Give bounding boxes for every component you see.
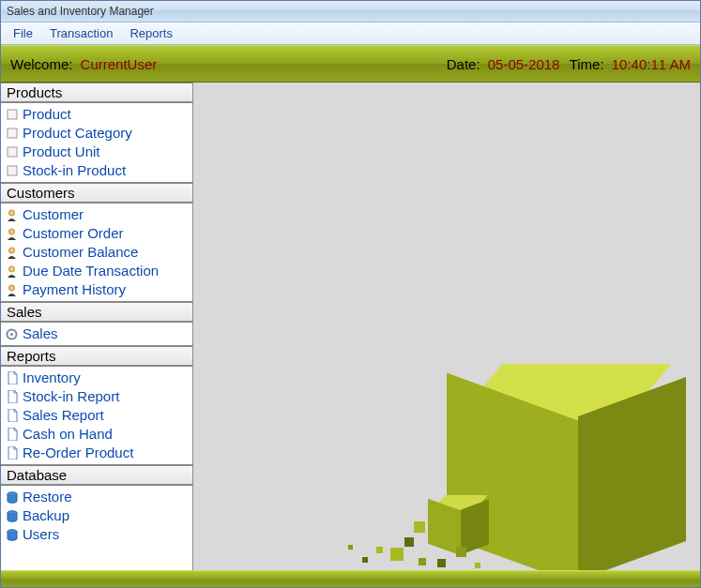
svg-point-10 — [10, 333, 13, 336]
cube-illustration — [334, 326, 691, 570]
box-icon — [5, 127, 19, 141]
nav-users[interactable]: Users — [1, 525, 192, 544]
window-title: Sales and Inventory Manager — [7, 5, 154, 18]
svg-point-4 — [9, 210, 15, 216]
nav-label: Users — [23, 525, 59, 544]
nav-label: Backup — [23, 506, 69, 525]
group-header-sales[interactable]: Sales — [1, 301, 192, 323]
person-icon — [5, 264, 19, 279]
nav-inventory[interactable]: Inventory — [1, 369, 192, 387]
nav-due-date-transaction[interactable]: Due Date Transaction — [1, 262, 192, 280]
welcome-left: Welcome: CurrentUser — [10, 56, 447, 72]
group-header-database[interactable]: Database — [1, 464, 192, 486]
database-icon — [5, 490, 19, 505]
nav-sales[interactable]: Sales — [1, 324, 192, 343]
database-icon — [5, 528, 19, 542]
svg-point-6 — [9, 248, 15, 253]
nav-label: Restore — [23, 488, 72, 506]
date-value: 05-05-2018 — [488, 56, 560, 72]
document-icon — [5, 409, 19, 423]
box-icon — [5, 145, 19, 159]
welcome-label: Welcome: — [10, 56, 72, 72]
nav-label: Stock-in Product — [23, 161, 126, 180]
nav-label: Product Unit — [23, 143, 100, 161]
svg-rect-1 — [8, 128, 17, 138]
svg-rect-2 — [8, 147, 17, 157]
welcome-bar: Welcome: CurrentUser Date: 05-05-2018 Ti… — [1, 45, 700, 83]
gear-icon — [5, 327, 19, 341]
nav-label: Payment History — [23, 280, 126, 299]
person-icon — [5, 246, 19, 260]
nav-product-category[interactable]: Product Category — [1, 124, 192, 143]
person-icon — [5, 227, 19, 241]
nav-sales-report[interactable]: Sales Report — [1, 406, 192, 425]
menu-transaction[interactable]: Transaction — [41, 24, 121, 42]
document-icon — [5, 390, 19, 404]
nav-customer[interactable]: Customer — [1, 205, 192, 224]
welcome-user: CurrentUser — [81, 56, 158, 72]
nav-label: Cash on Hand — [23, 425, 113, 444]
database-icon — [5, 509, 19, 523]
group-body-reports: Inventory Stock-in Report Sales Report C… — [1, 367, 192, 464]
box-icon — [5, 108, 19, 122]
nav-stockin-product[interactable]: Stock-in Product — [1, 161, 192, 180]
svg-point-5 — [9, 229, 15, 234]
footer-bar — [1, 570, 700, 587]
nav-cash-on-hand[interactable]: Cash on Hand — [1, 425, 192, 444]
nav-backup[interactable]: Backup — [1, 506, 192, 525]
main-panel — [193, 83, 700, 570]
nav-stockin-report[interactable]: Stock-in Report — [1, 387, 192, 406]
nav-label: Due Date Transaction — [23, 262, 159, 280]
nav-label: Customer Balance — [23, 243, 138, 262]
group-body-products: Product Product Category Product Unit St… — [1, 103, 192, 182]
document-icon — [5, 446, 19, 460]
menu-reports[interactable]: Reports — [121, 24, 181, 42]
box-icon — [5, 164, 19, 178]
nav-label: Re-Order Product — [23, 444, 133, 462]
time-label: Time: — [570, 56, 604, 72]
nav-label: Customer Order — [23, 224, 124, 243]
content: Products Product Product Category Produc… — [1, 83, 700, 570]
nav-customer-balance[interactable]: Customer Balance — [1, 243, 192, 262]
group-header-products[interactable]: Products — [1, 83, 192, 103]
group-body-sales: Sales — [1, 323, 192, 345]
svg-point-7 — [9, 266, 15, 272]
group-header-reports[interactable]: Reports — [1, 345, 192, 367]
nav-product-unit[interactable]: Product Unit — [1, 143, 192, 161]
welcome-right: Date: 05-05-2018 Time: 10:40:11 AM — [447, 56, 691, 72]
nav-label: Product Category — [23, 124, 132, 143]
nav-label: Sales Report — [23, 406, 104, 425]
menu-file[interactable]: File — [5, 24, 41, 42]
menubar: File Transaction Reports — [1, 23, 700, 45]
group-header-customers[interactable]: Customers — [1, 182, 192, 204]
time-value: 10:40:11 AM — [612, 56, 691, 72]
nav-payment-history[interactable]: Payment History — [1, 280, 192, 299]
nav-restore[interactable]: Restore — [1, 488, 192, 506]
nav-label: Stock-in Report — [23, 387, 119, 406]
nav-label: Product — [23, 105, 71, 124]
group-body-database: Restore Backup Users — [1, 486, 192, 546]
svg-rect-0 — [8, 110, 17, 119]
nav-product[interactable]: Product — [1, 105, 192, 124]
document-icon — [5, 428, 19, 442]
sidebar: Products Product Product Category Produc… — [1, 83, 193, 570]
person-icon — [5, 208, 19, 222]
document-icon — [5, 371, 19, 385]
group-body-customers: Customer Customer Order Customer Balance… — [1, 204, 192, 301]
svg-point-8 — [9, 285, 15, 291]
nav-label: Sales — [23, 324, 58, 343]
nav-label: Customer — [23, 205, 84, 224]
nav-label: Inventory — [23, 369, 81, 387]
date-label: Date: — [447, 56, 480, 72]
nav-customer-order[interactable]: Customer Order — [1, 224, 192, 243]
titlebar: Sales and Inventory Manager — [1, 1, 700, 23]
app-window: Sales and Inventory Manager File Transac… — [0, 0, 701, 588]
person-icon — [5, 283, 19, 297]
svg-rect-3 — [8, 166, 17, 175]
nav-reorder-product[interactable]: Re-Order Product — [1, 444, 192, 462]
